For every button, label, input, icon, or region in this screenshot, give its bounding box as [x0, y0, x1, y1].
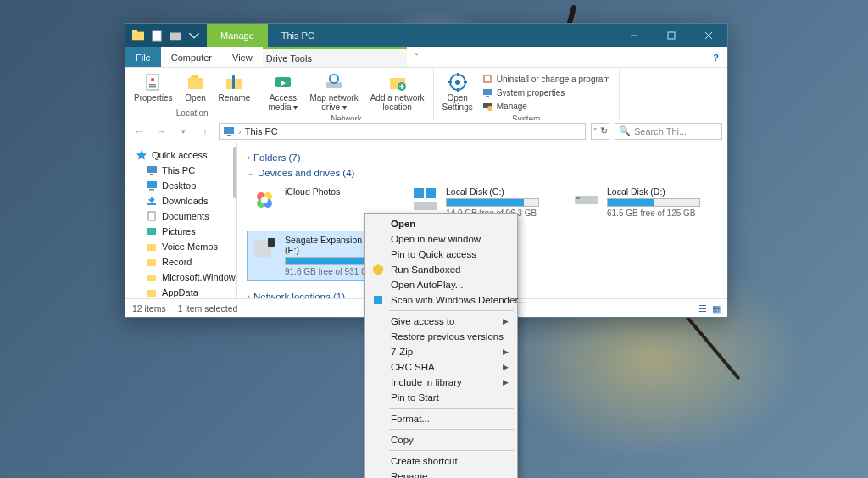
explorer-icon[interactable]	[131, 28, 146, 43]
svg-rect-8	[149, 84, 156, 86]
add-network-location-button[interactable]: Add a network location	[365, 69, 430, 114]
search-input[interactable]: 🔍Search Thi...	[615, 123, 722, 140]
ctx-include-library[interactable]: Include in library▶	[367, 375, 515, 390]
svg-rect-56	[268, 238, 275, 247]
minimize-button[interactable]	[615, 24, 653, 47]
address-bar: ← → ▾ ↑ › This PC ˅↻ 🔍Search Thi...	[125, 120, 727, 142]
nav-appdata[interactable]: AppData	[125, 285, 236, 298]
svg-rect-26	[483, 89, 492, 95]
map-network-drive-button[interactable]: Map network drive ▾	[304, 69, 363, 114]
ctx-create-shortcut[interactable]: Create shortcut	[367, 453, 515, 469]
menu-drive-tools[interactable]: Drive Tools	[263, 47, 407, 67]
svg-rect-30	[224, 127, 234, 134]
nav-quick-access[interactable]: Quick access	[125, 147, 236, 163]
svg-rect-0	[132, 32, 144, 41]
svg-rect-38	[147, 228, 156, 235]
ctx-rename[interactable]: Rename	[367, 469, 515, 478]
ctx-format[interactable]: Format...	[367, 411, 515, 426]
uninstall-program-button[interactable]: Uninstall or change a program	[481, 73, 610, 85]
ctx-copy[interactable]: Copy	[367, 432, 515, 447]
svg-rect-2	[153, 31, 162, 41]
breadcrumb[interactable]: › This PC	[219, 123, 586, 140]
menu-file[interactable]: File	[125, 47, 161, 67]
svg-rect-32	[147, 166, 157, 173]
nav-pane: Quick access This PC Desktop Downloads D…	[125, 142, 237, 298]
svg-point-29	[487, 106, 492, 111]
manage-tab[interactable]: Manage	[207, 24, 268, 47]
help-icon[interactable]: ?	[704, 47, 727, 67]
svg-rect-52	[426, 188, 436, 198]
nav-this-pc[interactable]: This PC	[125, 163, 236, 178]
titlebar: Manage This PC	[125, 24, 727, 47]
ctx-scan-defender[interactable]: Scan with Windows Defender...	[367, 292, 515, 308]
access-media-button[interactable]: Access media ▾	[263, 69, 303, 114]
windows-drive-icon	[412, 186, 439, 214]
svg-rect-5	[668, 32, 675, 39]
qa-dropdown-icon[interactable]	[186, 28, 202, 43]
ctx-pin-start[interactable]: Pin to Start	[367, 390, 515, 405]
svg-rect-12	[232, 75, 235, 89]
properties-icon[interactable]	[149, 28, 164, 43]
icloud-photos-icon	[251, 186, 278, 214]
svg-rect-40	[147, 259, 156, 266]
ctx-run-sandboxed[interactable]: Run Sandboxed	[367, 262, 515, 277]
forward-button[interactable]: →	[153, 123, 170, 140]
recent-locations-button[interactable]: ▾	[175, 123, 192, 140]
close-button[interactable]	[690, 24, 727, 47]
refresh-dropdown[interactable]: ˅↻	[591, 123, 609, 140]
rename-button[interactable]: Rename	[214, 69, 256, 108]
ctx-open-autoplay[interactable]: Open AutoPlay...	[367, 277, 515, 292]
sandbox-icon	[372, 264, 384, 275]
defender-icon	[372, 294, 384, 306]
ctx-open-new-window[interactable]: Open in new window	[367, 231, 515, 247]
nav-record[interactable]: Record	[125, 254, 236, 270]
ribbon-collapse-icon[interactable]: ˇ	[407, 47, 427, 67]
svg-rect-53	[575, 196, 598, 204]
nav-desktop[interactable]: Desktop	[125, 178, 236, 193]
tiles-view-icon[interactable]: ▦	[712, 303, 721, 314]
nav-downloads[interactable]: Downloads	[125, 193, 236, 208]
quick-access-toolbar	[125, 24, 207, 47]
system-properties-button[interactable]: System properties	[481, 86, 610, 98]
section-folders[interactable]: ›Folders (7)	[248, 153, 717, 163]
ctx-open[interactable]: Open	[367, 216, 515, 231]
svg-rect-31	[227, 135, 231, 136]
status-selected-count: 1 item selected	[178, 303, 238, 314]
window-title: This PC	[268, 24, 328, 47]
ctx-7zip[interactable]: 7-Zip▶	[367, 344, 515, 359]
menu-computer[interactable]: Computer	[161, 47, 222, 67]
new-folder-icon[interactable]	[168, 28, 183, 43]
nav-scrollbar[interactable]	[233, 147, 236, 198]
back-button[interactable]: ←	[131, 123, 147, 140]
menu-view[interactable]: View	[222, 47, 263, 67]
svg-rect-42	[147, 290, 156, 297]
nav-pictures[interactable]: Pictures	[125, 224, 236, 239]
nav-windows-terminal[interactable]: Microsoft.WindowsTe	[125, 270, 236, 285]
ctx-crc-sha[interactable]: CRC SHA▶	[367, 359, 515, 375]
open-button[interactable]: Open	[180, 69, 212, 108]
open-settings-button[interactable]: Open Settings	[437, 69, 478, 114]
ctx-give-access-to[interactable]: Give access to▶	[367, 314, 515, 329]
svg-rect-51	[414, 188, 424, 198]
properties-button[interactable]: Properties	[129, 69, 178, 108]
svg-rect-34	[147, 181, 157, 188]
ribbon-group-location: Properties Open Rename Location	[125, 68, 259, 119]
drive-local-d[interactable]: Local Disk (D:)61.5 GB free of 125 GB	[570, 183, 714, 221]
ctx-restore-versions[interactable]: Restore previous versions	[367, 329, 515, 344]
maximize-button[interactable]	[653, 24, 690, 47]
ctx-pin-quick-access[interactable]: Pin to Quick access	[367, 247, 515, 262]
up-button[interactable]: ↑	[197, 123, 214, 140]
nav-voice-memos[interactable]: Voice Memos	[125, 239, 236, 254]
breadcrumb-text: This PC	[245, 126, 278, 136]
svg-rect-35	[149, 189, 154, 191]
svg-point-19	[455, 80, 460, 85]
details-view-icon[interactable]: ☰	[698, 303, 707, 314]
svg-rect-9	[149, 86, 156, 88]
svg-rect-1	[132, 30, 137, 33]
nav-documents[interactable]: Documents	[125, 208, 236, 224]
menubar: File Computer View Drive Tools ˇ ?	[125, 47, 727, 68]
manage-button[interactable]: Manage	[481, 100, 610, 112]
svg-rect-50	[414, 202, 437, 210]
section-devices[interactable]: ⌄Devices and drives (4)	[248, 168, 717, 178]
svg-rect-39	[147, 244, 156, 251]
